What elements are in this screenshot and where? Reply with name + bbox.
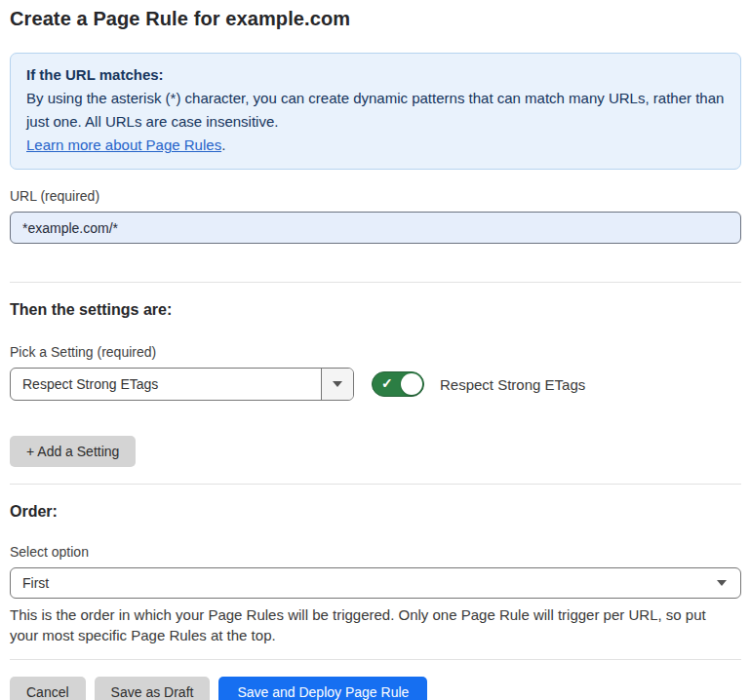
pick-setting-label: Pick a Setting (required) — [10, 344, 741, 360]
order-select-label: Select option — [10, 544, 741, 560]
add-setting-button[interactable]: + Add a Setting — [10, 436, 136, 467]
order-help-text: This is the order in which your Page Rul… — [10, 604, 731, 645]
footer-button-row: Cancel Save as Draft Save and Deploy Pag… — [10, 677, 741, 700]
page-title: Create a Page Rule for example.com — [10, 8, 741, 30]
divider — [10, 484, 741, 485]
info-box-body: By using the asterisk (*) character, you… — [26, 87, 725, 134]
order-select-value: First — [22, 575, 49, 591]
divider — [10, 659, 741, 660]
url-field-label: URL (required) — [10, 188, 741, 204]
save-as-draft-button[interactable]: Save as Draft — [95, 677, 211, 700]
settings-section-heading: Then the settings are: — [10, 301, 741, 319]
order-section-heading: Order: — [10, 503, 741, 521]
learn-more-link[interactable]: Learn more about Page Rules — [26, 136, 221, 153]
check-icon: ✓ — [381, 376, 393, 390]
setting-select[interactable]: Respect Strong ETags — [10, 368, 354, 401]
toggle-knob — [401, 373, 422, 395]
url-input[interactable] — [10, 212, 741, 244]
info-box-heading: If the URL matches: — [26, 63, 725, 87]
respect-strong-etags-toggle[interactable]: ✓ — [372, 371, 424, 397]
save-and-deploy-button[interactable]: Save and Deploy Page Rule — [218, 677, 427, 700]
url-matches-info-box: If the URL matches: By using the asteris… — [10, 53, 741, 170]
setting-toggle-group: ✓ Respect Strong ETags — [372, 371, 585, 397]
cancel-button[interactable]: Cancel — [10, 677, 86, 700]
divider — [10, 282, 741, 283]
setting-row: Respect Strong ETags ✓ Respect Strong ET… — [10, 368, 741, 401]
chevron-down-icon — [717, 580, 727, 586]
chevron-down-icon — [333, 381, 342, 387]
info-box-link-row: Learn more about Page Rules. — [26, 134, 725, 157]
toggle-label: Respect Strong ETags — [440, 376, 585, 393]
setting-select-value: Respect Strong ETags — [11, 369, 321, 400]
link-period: . — [221, 136, 225, 153]
order-select[interactable]: First — [10, 567, 741, 599]
setting-select-arrow-button[interactable] — [321, 369, 353, 400]
